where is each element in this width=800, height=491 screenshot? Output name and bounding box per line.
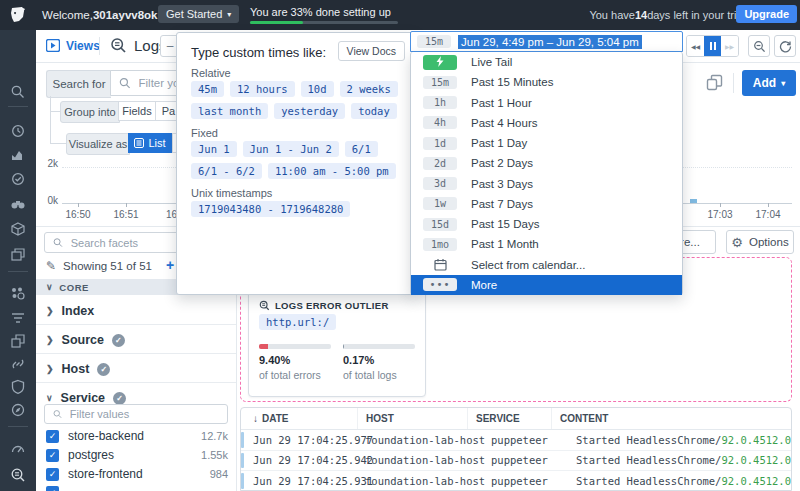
gauge-icon[interactable]: [10, 441, 26, 457]
binoculars-icon[interactable]: [10, 196, 26, 212]
logs-icon: [110, 37, 127, 54]
facet-group-service[interactable]: ∨ Service ✓: [46, 391, 126, 405]
forward-button[interactable]: ▶▶: [721, 36, 738, 56]
time-option[interactable]: 15dPast 15 Days: [411, 214, 682, 234]
time-chip[interactable]: 12 hours: [230, 81, 295, 97]
setup-progress[interactable]: You are 33% done setting up: [250, 6, 398, 24]
time-chip[interactable]: 6/1 - 6/2: [191, 163, 262, 179]
upgrade-button[interactable]: Upgrade: [736, 5, 797, 23]
view-docs-button[interactable]: View Docs: [338, 41, 405, 61]
service-header[interactable]: SERVICE: [468, 408, 552, 429]
service-count: 12.7k: [201, 430, 228, 442]
time-chip[interactable]: 11:00 am - 5:00 pm: [268, 163, 396, 179]
facet-group-host[interactable]: ❯ Host ✓: [46, 362, 110, 376]
log-host: foundation-lab-host: [349, 475, 475, 487]
time-chip[interactable]: 2 weeks: [340, 81, 398, 97]
facet-label: Host: [62, 362, 90, 376]
tab-fields[interactable]: Fields: [118, 101, 156, 121]
time-option[interactable]: 1wPast 7 Days: [411, 194, 682, 214]
rewind-button[interactable]: ◀◀: [687, 36, 704, 56]
time-chip[interactable]: last month: [191, 103, 268, 119]
service-row[interactable]: ✓: [46, 486, 228, 491]
time-option[interactable]: 1moPast 1 Month: [411, 234, 682, 254]
time-chip[interactable]: today: [351, 103, 397, 119]
views-button[interactable]: Views: [46, 30, 100, 61]
time-option[interactable]: 3dPast 3 Days: [411, 174, 682, 194]
time-option-more[interactable]: ••• More: [411, 275, 682, 295]
get-started-button[interactable]: Get Started ▾: [158, 5, 239, 23]
checkbox-checked[interactable]: ✓: [46, 430, 59, 443]
host-header[interactable]: HOST: [358, 408, 468, 429]
time-option[interactable]: 1hPast 1 Hour: [411, 93, 682, 113]
time-option-live-tail[interactable]: Live Tail: [411, 52, 682, 72]
facet-group-index[interactable]: ❯ Index: [46, 304, 94, 318]
log-row[interactable]: Jun 29 17:04:25.977 foundation-lab-host …: [241, 430, 791, 451]
time-range-input[interactable]: 15m Jun 29, 4:49 pm – Jun 29, 5:04 pm: [410, 31, 683, 52]
date-header[interactable]: ↓ DATE: [241, 408, 358, 429]
datadog-logs-app: Welcome, 301ayvv8ok! Get Started ▾ You a…: [0, 0, 800, 491]
link-icon[interactable]: [10, 356, 26, 372]
time-option-calendar[interactable]: Select from calendar...: [411, 255, 682, 275]
add-facet-button[interactable]: +: [166, 257, 174, 273]
time-option[interactable]: 15mPast 15 Minutes: [411, 72, 682, 92]
checkbox-checked[interactable]: ✓: [46, 486, 59, 491]
log-row[interactable]: Jun 29 17:04:25.942 foundation-lab-host …: [241, 451, 791, 472]
search-icon: [53, 237, 63, 248]
filter-values-input[interactable]: [68, 407, 219, 421]
circle-check-icon[interactable]: [10, 171, 26, 187]
content-header[interactable]: CONTENT: [552, 408, 791, 429]
time-chip[interactable]: 6/1: [345, 141, 378, 157]
options-button[interactable]: ⚙ Options: [726, 230, 794, 254]
checkbox-checked[interactable]: ✓: [46, 468, 59, 481]
outlier-query-chip[interactable]: http.url:/: [259, 314, 336, 330]
time-chip[interactable]: 10d: [301, 81, 334, 97]
area-chart-icon[interactable]: [10, 147, 26, 163]
service-count: 984: [210, 468, 228, 480]
paw-icon[interactable]: [10, 286, 26, 302]
time-option[interactable]: 4hPast 4 Hours: [411, 113, 682, 133]
clock-history-icon[interactable]: [10, 123, 26, 139]
cube-icon[interactable]: [10, 221, 26, 237]
time-chip[interactable]: yesterday: [274, 103, 345, 119]
stacked-windows-icon[interactable]: [10, 247, 26, 263]
logs-error-outlier-card[interactable]: LOGS ERROR OUTLIER http.url:/ 9.40% 0.17…: [248, 291, 426, 397]
time-chip[interactable]: Jun 1: [191, 141, 237, 157]
time-chip[interactable]: 1719043480 - 1719648280: [191, 201, 350, 217]
log-service: puppeteer: [475, 475, 560, 487]
service-row[interactable]: ✓ store-frontend 984: [46, 467, 228, 481]
pause-button[interactable]: [704, 36, 721, 56]
log-row[interactable]: Jun 29 17:04:25.931 foundation-lab-host …: [241, 471, 791, 491]
visualize-list-button[interactable]: List: [128, 133, 172, 153]
datadog-logo[interactable]: [0, 0, 36, 30]
compass-icon[interactable]: [10, 402, 26, 418]
copy-icon[interactable]: [706, 74, 723, 91]
refresh-button[interactable]: [774, 35, 796, 57]
time-option-label: Select from calendar...: [471, 259, 585, 271]
service-row[interactable]: ✓ store-backend 12.7k: [46, 429, 228, 443]
time-option[interactable]: 2dPast 2 Days: [411, 153, 682, 173]
zoom-out-button[interactable]: [748, 35, 770, 57]
dog-icon: [8, 5, 28, 25]
facet-showing-row[interactable]: ✎ Showing 51 of 51: [46, 259, 152, 273]
time-option[interactable]: 1dPast 1 Day: [411, 133, 682, 153]
chart-bar[interactable]: [690, 199, 697, 203]
relative-section-label: Relative: [191, 67, 231, 79]
service-row[interactable]: ✓ postgres 1.55k: [46, 448, 228, 462]
time-chip[interactable]: Jun 1 - Jun 2: [243, 141, 339, 157]
rewind-icon: ◀◀: [691, 43, 700, 50]
shield-icon[interactable]: [10, 379, 26, 395]
add-button[interactable]: Add▾: [742, 70, 796, 96]
time-option-badge: 1d: [423, 137, 457, 150]
time-option-label: Past 7 Days: [471, 198, 533, 210]
facet-group-source[interactable]: ❯ Source ✓: [46, 333, 125, 347]
time-chip[interactable]: 45m: [191, 81, 224, 97]
overlap-squares-icon[interactable]: [10, 333, 26, 349]
view-docs-label: View Docs: [347, 45, 396, 57]
search-icon[interactable]: [10, 84, 26, 100]
nav-rail: [0, 30, 36, 491]
logs-search-icon[interactable]: [10, 467, 26, 483]
filter-values-search[interactable]: [44, 404, 228, 424]
check-badge-icon: ✓: [97, 363, 110, 376]
checkbox-checked[interactable]: ✓: [46, 449, 59, 462]
filter-lines-icon[interactable]: [10, 310, 26, 326]
